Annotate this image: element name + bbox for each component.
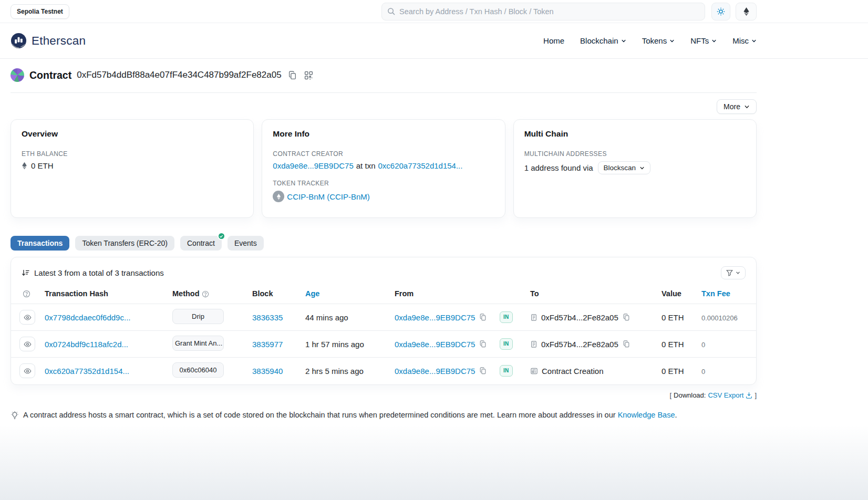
etherscan-logo-icon [11,33,27,49]
block-link[interactable]: 3836335 [252,313,283,322]
from-address-link[interactable]: 0xda9e8e...9EB9DC75 [395,313,475,322]
overview-card: Overview ETH BALANCE 0 ETH [11,119,254,218]
multichain-title: Multi Chain [524,129,746,139]
eye-icon [24,314,32,321]
site-header: Etherscan Home Blockchain Tokens NFTs Mi… [0,23,868,59]
method-badge[interactable]: Drip [172,309,224,324]
transactions-table: Transaction Hash Method Block Age From T… [11,286,757,384]
block-link[interactable]: 3835940 [252,367,283,376]
col-value: Value [662,286,701,304]
bracket-open: [ [669,391,671,399]
verified-check-icon [218,232,225,240]
col-direction [500,286,530,304]
age-text: 1 hr 57 mins ago [305,340,364,349]
eye-icon [24,367,32,375]
at-txn-text: at txn [356,161,376,170]
eth-network-button[interactable] [736,3,757,20]
copy-icon[interactable] [622,313,631,321]
nav-tokens[interactable]: Tokens [642,36,675,45]
tab-events[interactable]: Events [228,236,264,251]
tx-preview-button[interactable] [19,310,35,325]
network-badge-button[interactable]: Sepolia Testnet [11,4,69,19]
txn-fee-text: 0 [701,368,705,376]
method-badge[interactable]: 0x60c06040 [172,362,224,378]
txn-fee-text: 0.00010206 [701,314,738,322]
tx-hash-link[interactable]: 0x7798dcdaec0f6dd9c... [45,313,130,322]
search-input[interactable] [399,7,699,16]
age-text: 44 mins ago [305,313,348,322]
contract-address: 0xFd57b4ddBf88a4e07fF4e34C487b99af2Fe82a… [77,70,281,80]
brand-name: Etherscan [32,34,86,48]
creation-txn-link[interactable]: 0xc620a77352d1d154... [378,161,462,170]
tx-preview-button[interactable] [19,363,35,378]
download-row: [ Download: CSV Export ] [11,391,757,399]
filter-icon [726,269,733,276]
chevron-down-icon [751,38,757,44]
tab-contract[interactable]: Contract [180,236,222,251]
from-address-link[interactable]: 0xda9e8e...9EB9DC75 [395,340,475,349]
tx-hash-link[interactable]: 0x0724bdf9c118afc2d... [45,340,128,349]
etherscan-logo[interactable]: Etherscan [11,33,86,49]
footnote-suffix: . [675,411,677,419]
token-tracker-link[interactable]: CCIP-BnM (CCIP-BnM) [287,192,370,201]
copy-icon[interactable] [479,340,487,348]
multichain-addresses-label: MULTICHAIN ADDRESSES [524,150,746,158]
col-from: From [395,286,500,304]
chevron-down-icon [736,270,740,275]
document-icon [530,340,538,348]
help-icon[interactable] [23,290,30,298]
ethereum-icon [743,7,750,16]
col-txn-fee-toggle[interactable]: Txn Fee [701,286,757,304]
document-icon [530,314,538,321]
txn-fee-text: 0 [701,341,705,349]
transaction-row: 0xc620a77352d1d154... 0x60c06040 3835940… [11,358,757,384]
block-link[interactable]: 3835977 [252,340,283,349]
tab-bar: Transactions Token Transfers (ERC-20) Co… [11,236,757,251]
to-address-text: Contract Creation [542,367,604,376]
col-age-toggle[interactable]: Age [305,286,395,304]
to-address-text: 0xFd57b4...2Fe82a05 [541,313,618,322]
csv-export-link[interactable]: CSV Export [708,391,752,399]
multichain-card: Multi Chain MULTICHAIN ADDRESSES 1 addre… [513,119,757,218]
transaction-row: 0x0724bdf9c118afc2d... Grant Mint An... … [11,331,757,358]
help-icon[interactable] [202,290,209,298]
copy-address-button[interactable] [287,70,298,81]
search-icon [387,7,395,15]
method-badge[interactable]: Grant Mint An... [172,336,224,351]
value-text: 0 ETH [662,340,684,349]
transaction-row: 0x7798dcdaec0f6dd9c... Drip 3836335 44 m… [11,304,757,331]
filter-button[interactable] [721,266,746,279]
tab-token-transfers[interactable]: Token Transfers (ERC-20) [75,236,174,251]
nav-blockchain[interactable]: Blockchain [580,36,626,45]
value-text: 0 ETH [662,367,684,376]
theme-toggle-button[interactable] [711,3,730,20]
sort-icon [22,269,29,277]
copy-icon[interactable] [479,313,487,321]
qr-code-button[interactable] [303,70,314,81]
direction-badge: IN [500,338,513,350]
token-logo-icon [273,191,284,202]
nav-nfts[interactable]: NFTs [690,36,717,45]
col-transaction-hash: Transaction Hash [45,286,172,304]
lightbulb-icon [11,411,19,420]
token-tracker-label: TOKEN TRACKER [273,180,494,187]
creator-address-link[interactable]: 0xda9e8e...9EB9DC75 [273,161,353,170]
tx-hash-link[interactable]: 0xc620a77352d1d154... [45,367,129,376]
tx-preview-button[interactable] [19,337,35,351]
copy-icon[interactable] [479,367,487,375]
multichain-provider-select[interactable]: Blockscan [598,161,651,174]
nav-home[interactable]: Home [543,36,564,45]
tab-transactions[interactable]: Transactions [11,236,69,251]
copy-icon[interactable] [622,340,631,348]
download-label: Download: [674,391,706,399]
to-address-text: 0xFd57b4...2Fe82a05 [541,340,618,349]
from-address-link[interactable]: 0xda9e8e...9EB9DC75 [395,367,475,376]
footnote-text: A contract address hosts a smart contrac… [23,411,616,419]
nav-misc[interactable]: Misc [732,36,757,45]
search-box[interactable] [381,3,705,20]
more-dropdown-button[interactable]: More [717,99,757,114]
page-title: Contract [29,69,71,81]
table-header-row: Transaction Hash Method Block Age From T… [11,286,757,304]
direction-badge: IN [500,365,513,377]
knowledge-base-link[interactable]: Knowledge Base [618,411,675,419]
